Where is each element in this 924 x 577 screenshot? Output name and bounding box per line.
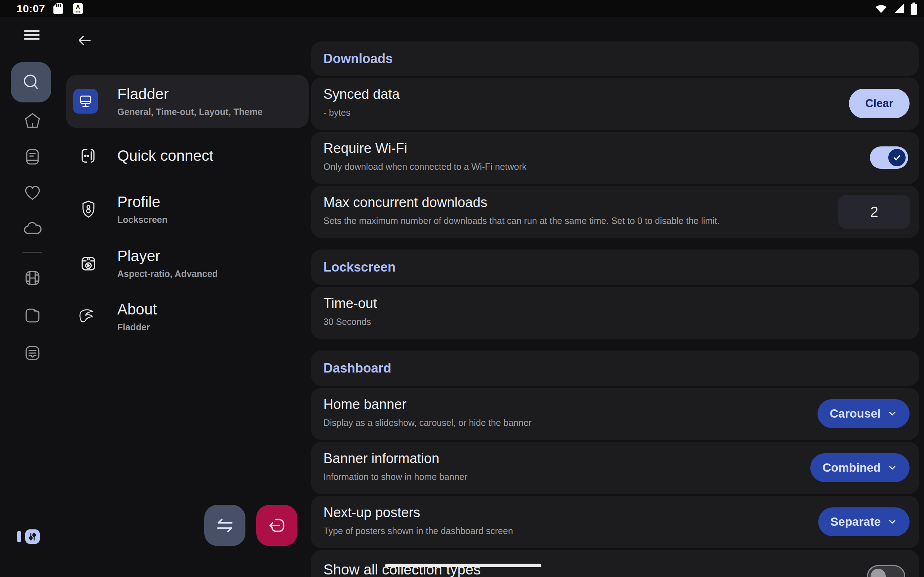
settings-menu-panel: Fladder General, Time-out, Layout, Theme… bbox=[65, 17, 311, 577]
logout-icon bbox=[267, 515, 287, 535]
nav-item-search[interactable] bbox=[11, 62, 51, 102]
battery-icon bbox=[910, 3, 918, 15]
arrow-left-icon bbox=[76, 32, 93, 49]
wifi-icon bbox=[875, 3, 887, 14]
row-home-banner[interactable]: Home banner Display as a slideshow, caro… bbox=[311, 388, 919, 440]
section-header-downloads: Downloads bbox=[311, 42, 919, 76]
max-downloads-value[interactable]: 2 bbox=[838, 195, 910, 229]
menu-item-fladder[interactable]: Fladder General, Time-out, Layout, Theme bbox=[66, 75, 309, 128]
row-subtitle: Sets the maximum number of downloads tha… bbox=[323, 216, 825, 226]
row-title: Banner information bbox=[323, 450, 811, 467]
banner-information-dropdown[interactable]: Combined bbox=[810, 453, 909, 482]
clock: 10:07 bbox=[16, 3, 45, 15]
chevron-down-icon bbox=[887, 463, 897, 473]
require-wifi-toggle[interactable] bbox=[870, 147, 908, 169]
fladder-bird-icon bbox=[79, 307, 98, 326]
row-subtitle: 30 Seconds bbox=[323, 317, 811, 327]
logout-button[interactable] bbox=[256, 505, 297, 546]
swap-arrows-icon bbox=[215, 515, 235, 536]
menu-item-about[interactable]: About Fladder bbox=[73, 292, 300, 342]
section-header-label: Lockscreen bbox=[323, 259, 396, 275]
row-next-up-posters[interactable]: Next-up posters Type of posters shown in… bbox=[311, 496, 919, 548]
row-title: Home banner bbox=[323, 396, 811, 413]
row-require-wifi[interactable]: Require Wi-Fi Only download when connect… bbox=[311, 132, 919, 184]
row-synced-data[interactable]: Synced data - bytes Clear bbox=[311, 77, 919, 130]
row-title: Next-up posters bbox=[323, 504, 811, 521]
menu-item-subtitle: General, Time-out, Layout, Theme bbox=[117, 107, 262, 117]
menu-item-title: Fladder bbox=[117, 85, 262, 103]
row-subtitle: Only download when connected to a Wi-Fi … bbox=[323, 161, 811, 172]
nav-item-library[interactable] bbox=[0, 148, 65, 166]
nav-rail bbox=[0, 17, 65, 577]
nav-item-folders[interactable] bbox=[0, 306, 65, 324]
nav-item-favorites[interactable] bbox=[0, 184, 65, 202]
svg-text:A: A bbox=[76, 4, 80, 11]
nav-item-home[interactable] bbox=[0, 112, 65, 130]
rail-divider bbox=[23, 252, 42, 253]
section-header-lockscreen: Lockscreen bbox=[311, 250, 919, 285]
row-subtitle: - bytes bbox=[323, 108, 811, 118]
settings-tune-button[interactable] bbox=[25, 529, 40, 544]
status-bar: 10:07 A bbox=[0, 0, 924, 17]
player-icon bbox=[79, 254, 98, 272]
toggle-thumb bbox=[888, 149, 906, 166]
row-max-concurrent-downloads[interactable]: Max concurrent downloads Sets the maximu… bbox=[311, 186, 919, 238]
row-title: Time-out bbox=[323, 295, 811, 312]
menu-item-title: Profile bbox=[117, 193, 168, 211]
section-header-label: Dashboard bbox=[323, 361, 391, 376]
back-button[interactable] bbox=[75, 31, 94, 50]
row-subtitle: Type of posters shown in the dashboard s… bbox=[323, 526, 811, 536]
dropdown-value: Carousel bbox=[830, 407, 881, 421]
settings-content: Downloads Synced data - bytes Clear Requ… bbox=[311, 17, 919, 577]
row-timeout[interactable]: Time-out 30 Seconds bbox=[311, 287, 919, 339]
fladder-settings-icon bbox=[73, 89, 98, 114]
row-banner-information[interactable]: Banner information Information to show i… bbox=[311, 442, 919, 494]
menu-item-profile[interactable]: Profile Lockscreen bbox=[73, 184, 300, 234]
clear-button[interactable]: Clear bbox=[849, 89, 909, 118]
menu-item-title: Player bbox=[117, 247, 218, 265]
cellular-signal-icon bbox=[893, 3, 905, 14]
menu-icon[interactable] bbox=[24, 30, 40, 40]
dropdown-value: Combined bbox=[822, 461, 881, 475]
app-notification-icon: A bbox=[73, 3, 82, 14]
menu-item-subtitle: Lockscreen bbox=[117, 214, 168, 225]
film-icon bbox=[23, 269, 42, 287]
checkmark-icon bbox=[892, 153, 901, 162]
section-header-label: Downloads bbox=[323, 51, 393, 66]
library-icon bbox=[23, 148, 42, 166]
nav-item-collections[interactable] bbox=[0, 344, 65, 362]
cloud-icon bbox=[23, 220, 42, 237]
scrollbar-thumb[interactable] bbox=[385, 564, 541, 567]
chevron-down-icon bbox=[887, 409, 897, 419]
switch-server-button[interactable] bbox=[204, 505, 246, 546]
row-title: Synced data bbox=[323, 86, 811, 103]
tune-sliders-icon bbox=[27, 531, 38, 542]
next-up-posters-dropdown[interactable]: Separate bbox=[818, 508, 909, 536]
row-title: Show all collection types bbox=[323, 561, 811, 577]
show-all-collection-types-toggle[interactable] bbox=[867, 565, 905, 577]
search-icon bbox=[21, 72, 42, 93]
section-header-dashboard: Dashboard bbox=[311, 351, 919, 386]
menu-item-title: About bbox=[117, 301, 157, 318]
dropdown-value: Separate bbox=[830, 515, 881, 529]
chevron-down-icon bbox=[887, 517, 897, 527]
quick-connect-icon bbox=[79, 147, 98, 165]
menu-item-subtitle: Fladder bbox=[117, 322, 157, 332]
menu-item-quick-connect[interactable]: Quick connect bbox=[73, 134, 300, 177]
row-title: Require Wi-Fi bbox=[323, 140, 811, 157]
home-icon bbox=[23, 112, 42, 130]
menu-item-player[interactable]: Player Aspect-ratio, Advanced bbox=[73, 238, 300, 288]
sd-card-icon bbox=[53, 3, 63, 15]
row-subtitle: Information to show in home banner bbox=[323, 472, 811, 482]
home-banner-dropdown[interactable]: Carousel bbox=[817, 399, 909, 428]
menu-item-title: Quick connect bbox=[117, 147, 213, 164]
heart-icon bbox=[23, 184, 42, 202]
row-subtitle: Display as a slideshow, carousel, or hid… bbox=[323, 417, 811, 428]
nav-item-sync[interactable] bbox=[0, 220, 65, 237]
nav-item-movies[interactable] bbox=[0, 269, 65, 287]
menu-item-subtitle: Aspect-ratio, Advanced bbox=[117, 269, 218, 279]
row-title: Max concurrent downloads bbox=[323, 194, 825, 211]
settings-active-indicator bbox=[17, 531, 21, 542]
folder-icon bbox=[23, 306, 42, 324]
collections-icon bbox=[23, 344, 42, 362]
